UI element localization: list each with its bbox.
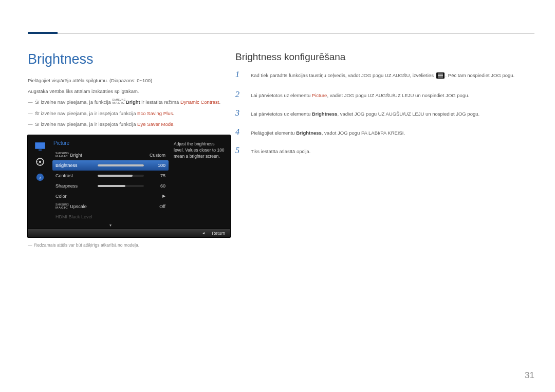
note1-text-e: . xyxy=(219,99,220,105)
intro-line-2: Augstāka vērtība liks attēlam izskatītie… xyxy=(28,87,230,95)
step4-brightness: Brightness xyxy=(296,130,322,136)
step-2: 2 Lai pārvietotos uz elementu Picture, v… xyxy=(235,90,533,99)
osd-magicbright-value: Custom xyxy=(148,153,165,158)
steps-list: 1 Kad tiek parādīts funkcijas taustiņu c… xyxy=(235,70,533,155)
menu-icon xyxy=(436,72,445,81)
top-rule xyxy=(28,33,534,33)
step-3: 3 Lai pārvietotos uz elementu Brightness… xyxy=(235,108,533,118)
step5-text: Tiks iestatīta atlasītā opcija. xyxy=(251,147,310,155)
osd-brightness-slider xyxy=(98,164,144,166)
osd-brightness-value: 100 xyxy=(148,163,165,168)
note1-text-c: ir iestatīta režīmā xyxy=(140,99,180,105)
step3-text-c: , vadiet JOG pogu UZ AUGŠU/UZ LEJU un no… xyxy=(337,111,479,117)
top-accent-bar xyxy=(28,32,58,34)
osd-contrast-slider xyxy=(98,175,144,177)
osd-contrast-value: 75 xyxy=(148,173,165,178)
step1-text-b: . Pēc tam nospiediet JOG pogu. xyxy=(446,72,515,78)
note-eye-saver: Šī izvēlne nav pieejama, ja ir iespējota… xyxy=(28,120,230,128)
svg-rect-1 xyxy=(35,143,45,148)
osd-sharpness-value: 60 xyxy=(148,183,165,189)
note1-text-a: Šī izvēlne nav pieejama, ja funkcija xyxy=(35,99,113,105)
note2-text-c: . xyxy=(173,110,174,116)
chevron-down-icon: ▾ xyxy=(52,222,169,229)
osd-row-hdmi: HDMI Black Level xyxy=(52,212,169,222)
step3-text-a: Lai pārvietotos uz elementu xyxy=(251,111,312,117)
note-dynamic-contrast: Šī izvēlne nav pieejama, ja funkcija SAM… xyxy=(28,98,230,106)
samsung-magic-brand-icon: SAMSUNGMAGIC xyxy=(55,204,69,210)
osd-row-contrast: Contrast 75 xyxy=(52,171,169,181)
svg-point-4 xyxy=(39,161,41,163)
osd-row-upscale: SAMSUNGMAGICUpscale Off xyxy=(52,201,169,212)
samsung-magic-brand-icon: SAMSUNGMAGIC xyxy=(113,99,126,105)
step-5: 5 Tiks iestatīta atlasītā opcija. xyxy=(235,146,533,155)
svg-text:i: i xyxy=(39,174,41,180)
osd-hdmi-label: HDMI Black Level xyxy=(55,214,92,219)
svg-rect-17 xyxy=(438,75,443,76)
osd-footer: ◂ Return xyxy=(28,229,230,237)
note1-dynamic-contrast: Dynamic Contrast xyxy=(180,99,219,105)
step-number: 4 xyxy=(235,127,243,137)
left-column: Brightness Pielāgojiet vispārējo attēla … xyxy=(28,51,230,248)
osd-screenshot: i Picture SAMSUNGMAGICBright Custom Brig… xyxy=(28,135,230,237)
step4-text-c: , vadot JOG pogu PA LABI/PA KREISI. xyxy=(322,130,405,136)
note2-text-a: Šī izvēlne nav pieejama, ja ir iespējota… xyxy=(35,110,137,116)
step-number: 3 xyxy=(235,108,243,118)
samsung-magic-brand-icon: SAMSUNGMAGIC xyxy=(55,153,69,158)
monitor-icon xyxy=(35,142,45,151)
section-heading: Brightness konfigurēšana xyxy=(235,51,533,63)
gear-icon xyxy=(36,158,44,166)
osd-row-magicbright: SAMSUNGMAGICBright Custom xyxy=(52,150,169,160)
step4-text-a: Pielāgojiet elementu xyxy=(251,130,296,136)
osd-title: Picture xyxy=(52,140,169,146)
right-column: Brightness konfigurēšana 1 Kad tiek parā… xyxy=(235,51,533,164)
svg-rect-2 xyxy=(39,150,42,151)
step3-brightness: Brightness xyxy=(312,111,338,117)
note3-text-c: . xyxy=(173,121,175,127)
osd-main: Picture SAMSUNGMAGICBright Custom Bright… xyxy=(52,140,169,229)
osd-sharpness-slider xyxy=(98,185,144,187)
step-number: 5 xyxy=(235,146,243,155)
osd-brightness-label: Brightness xyxy=(55,163,78,168)
osd-row-brightness: Brightness 100 xyxy=(52,160,169,171)
intro-line-1: Pielāgojiet vispārējo attēla spilgtumu. … xyxy=(28,77,230,84)
note1-bright: Bright xyxy=(126,99,140,105)
osd-upscale-value: Off xyxy=(148,204,165,209)
chevron-right-icon: ▶ xyxy=(162,194,165,198)
osd-upscale-label: Upscale xyxy=(70,204,87,209)
page-number: 31 xyxy=(525,370,534,381)
osd-caption: Redzamais attēls var būt atšķirīgs atkar… xyxy=(28,242,230,248)
step2-text-c: , vadiet JOG pogu UZ AUGŠU/UZ LEJU un no… xyxy=(327,92,469,98)
osd-color-label: Color xyxy=(55,194,67,199)
osd-row-color: Color ▶ xyxy=(52,191,169,201)
note2-eco: Eco Saving Plus xyxy=(137,110,173,116)
osd-return-label: Return xyxy=(212,231,225,236)
step2-text-a: Lai pārvietotos uz elementu xyxy=(251,92,312,98)
page-title: Brightness xyxy=(28,51,230,67)
osd-sharpness-label: Sharpness xyxy=(55,183,78,189)
step-1: 1 Kad tiek parādīts funkcijas taustiņu c… xyxy=(235,70,533,81)
osd-help-text: Adjust the brightness level. Values clos… xyxy=(174,140,225,229)
svg-rect-16 xyxy=(438,74,443,74)
note-eco-saving: Šī izvēlne nav pieejama, ja ir iespējota… xyxy=(28,109,230,117)
step-4: 4 Pielāgojiet elementu Brightness, vadot… xyxy=(235,127,533,137)
info-icon: i xyxy=(36,173,44,181)
osd-row-sharpness: Sharpness 60 xyxy=(52,181,169,191)
step2-picture: Picture xyxy=(312,92,327,98)
svg-rect-18 xyxy=(438,77,443,77)
osd-sidebar: i xyxy=(33,140,47,229)
note3-text-a: Šī izvēlne nav pieejama, ja ir iespējota… xyxy=(35,121,137,127)
osd-magicbright-label: Bright xyxy=(70,153,82,158)
step1-text-a: Kad tiek parādīts funkcijas taustiņu ceļ… xyxy=(251,72,435,78)
step-number: 1 xyxy=(235,70,243,79)
note3-eye: Eye Saver Mode xyxy=(137,121,173,127)
osd-contrast-label: Contrast xyxy=(55,173,73,178)
step-number: 2 xyxy=(235,90,243,99)
triangle-left-icon: ◂ xyxy=(202,231,205,235)
